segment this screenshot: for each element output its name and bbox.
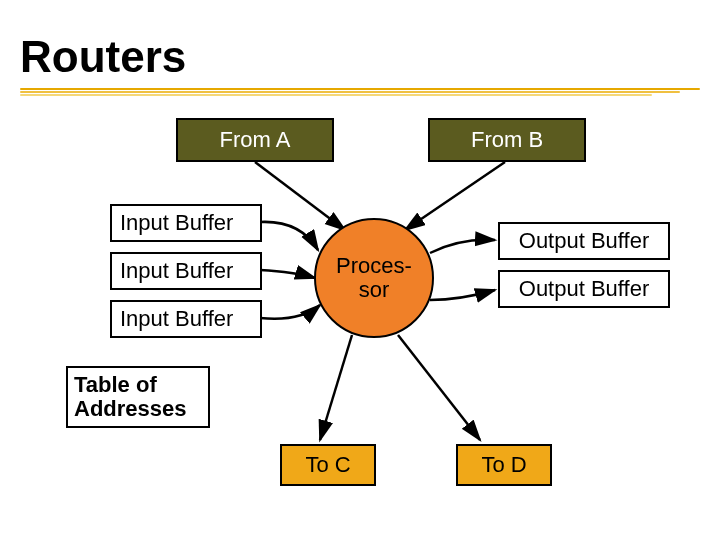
input-buffer-3: Input Buffer xyxy=(110,300,262,338)
from-b-box: From B xyxy=(428,118,586,162)
slide-title: Routers xyxy=(20,32,186,82)
svg-line-2 xyxy=(320,335,352,440)
output-buffer-2: Output Buffer xyxy=(498,270,670,308)
output-buffer-1: Output Buffer xyxy=(498,222,670,260)
svg-line-3 xyxy=(398,335,480,440)
title-underline xyxy=(20,88,700,98)
table-of-addresses: Table of Addresses xyxy=(66,366,210,428)
to-c-box: To C xyxy=(280,444,376,486)
from-a-box: From A xyxy=(176,118,334,162)
processor-node: Proces- sor xyxy=(314,218,434,338)
input-buffer-1: Input Buffer xyxy=(110,204,262,242)
svg-line-1 xyxy=(405,162,505,230)
svg-line-0 xyxy=(255,162,345,230)
input-buffer-2: Input Buffer xyxy=(110,252,262,290)
to-d-box: To D xyxy=(456,444,552,486)
